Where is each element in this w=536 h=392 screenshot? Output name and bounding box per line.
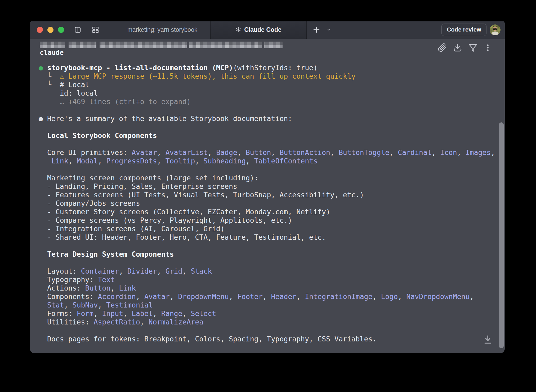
- terminal-text-segment: ,: [182, 267, 191, 275]
- terminal-line: Forms: Form, Input, Label, Range, Select: [39, 309, 495, 318]
- attachment-paperclip-icon[interactable]: [438, 43, 447, 52]
- terminal-text-segment: Stat: [47, 301, 64, 309]
- terminal-line: [39, 165, 495, 174]
- terminal-text-segment: Layout:: [39, 267, 81, 275]
- terminal-text-segment: Core UI primitives:: [39, 148, 132, 157]
- terminal-text-segment: Container: [81, 267, 119, 275]
- terminal-line: [39, 326, 495, 335]
- grid-view-icon[interactable]: [92, 26, 99, 34]
- terminal-text-segment: Icon: [440, 148, 457, 157]
- terminal-text-segment: ,: [263, 292, 271, 301]
- terminal-line: - Customer Story screens (Collective, EZ…: [39, 208, 495, 216]
- terminal-text-segment: Footer: [237, 292, 263, 301]
- terminal-text-segment: ⚠ Large MCP response (~11.5k tokens), th…: [60, 72, 356, 80]
- terminal-text-segment: Modal: [77, 157, 98, 165]
- terminal-text-segment: ,: [195, 157, 203, 165]
- terminal-text-segment: ,: [140, 318, 149, 326]
- terminal-text-segment: ,: [246, 157, 254, 165]
- app-window: marketing: yarn storybook Claude Code: [30, 21, 505, 353]
- terminal-line: - Integration screens (AI, Carousel, Gri…: [39, 225, 495, 233]
- terminal-text-segment: Range: [161, 309, 182, 318]
- terminal-text-segment: Form: [77, 309, 94, 318]
- terminal-text-segment: Button: [246, 148, 271, 157]
- terminal-text-segment: - Shared UI: Header, Footer, Hero, CTA, …: [39, 233, 326, 241]
- terminal-text-segment: ,: [93, 309, 102, 318]
- traffic-lights: [37, 27, 64, 33]
- terminal-text-segment: Text: [98, 275, 115, 284]
- title-bar: marketing: yarn storybook Claude Code: [30, 21, 505, 39]
- terminal-text-segment: Components:: [39, 292, 98, 301]
- terminal-text-segment: [39, 301, 47, 309]
- terminal-text-segment: SubNav: [73, 301, 98, 309]
- code-review-label: Code review: [447, 26, 481, 33]
- terminal-text-segment: Badge: [216, 148, 237, 157]
- terminal-text-segment: ,: [389, 148, 398, 157]
- terminal-line: Stat, SubNav, Testimonial: [39, 301, 495, 309]
- terminal-text-segment: ● Here's a summary of the available Stor…: [39, 114, 292, 123]
- vertical-scrollbar-thumb[interactable]: [499, 122, 504, 348]
- code-review-button[interactable]: Code review: [441, 24, 486, 36]
- terminal-text-segment: Logo: [381, 292, 398, 301]
- terminal-text-segment: ,: [296, 292, 305, 301]
- terminal-text-segment: Tooltip: [166, 157, 195, 165]
- scroll-to-bottom-icon[interactable]: [483, 334, 493, 346]
- terminal-text-segment: Divider: [127, 267, 157, 275]
- terminal-text-segment: Marketing screen components (large set i…: [39, 174, 258, 182]
- terminal-text-segment: ,: [136, 292, 144, 301]
- filter-funnel-icon[interactable]: [468, 43, 477, 52]
- terminal-text-segment: Tetra Design System Components: [39, 250, 174, 258]
- maximize-window-button[interactable]: [58, 27, 64, 33]
- tab-marketing-yarn-storybook[interactable]: marketing: yarn storybook: [115, 21, 210, 39]
- terminal-text-segment: Input: [102, 309, 123, 318]
- terminal-text-segment: NormalizeArea: [149, 318, 203, 326]
- terminal-text-segment: Grid: [166, 267, 182, 275]
- terminal-text-segment: - Customer Story screens (Collective, EZ…: [39, 208, 330, 216]
- minimize-window-button[interactable]: [47, 27, 53, 33]
- terminal-text-segment: ProgressDots: [106, 157, 157, 165]
- user-avatar[interactable]: [490, 24, 501, 35]
- terminal-text-segment: ,: [182, 309, 191, 318]
- terminal-text-segment: TableOfContents: [254, 157, 318, 165]
- terminal-output: ● storybook-mcp - list-all-documentation…: [39, 64, 495, 353]
- terminal-text-segment: ,: [457, 148, 466, 157]
- terminal-line: Layout: Container, Divider, Grid, Stack: [39, 267, 495, 275]
- terminal-text-segment: ,: [229, 292, 237, 301]
- terminal-text-segment: - Company/Jobs screens: [39, 199, 140, 207]
- terminal-text-segment: Images: [466, 148, 491, 157]
- terminal-text-segment: ,: [432, 148, 440, 157]
- terminal-text-segment: Button: [85, 284, 111, 292]
- terminal-text-segment: ,: [470, 292, 474, 301]
- terminal-text-segment: ● What would you like to work on?: [39, 352, 178, 353]
- terminal-text-segment: ,: [373, 292, 381, 301]
- terminal-line: - Landing, Pricing, Sales, Enterprise sc…: [39, 182, 495, 191]
- terminal-text-segment: DropdownMenu: [178, 292, 229, 301]
- terminal-line: Marketing screen components (large set i…: [39, 174, 495, 182]
- terminal-line: [39, 242, 495, 250]
- terminal-text-segment: Utilities:: [39, 318, 93, 326]
- close-window-button[interactable]: [37, 27, 43, 33]
- terminal-line: Core UI primitives: Avatar, AvatarList, …: [39, 148, 495, 157]
- terminal-line: ● storybook-mcp - list-all-documentation…: [39, 64, 495, 72]
- terminal-text-segment: AspectRatio: [93, 318, 140, 326]
- new-tab-button[interactable]: [312, 25, 321, 34]
- terminal-text-segment: - Landing, Pricing, Sales, Enterprise sc…: [39, 182, 237, 190]
- terminal-text-segment: … +469 lines (ctrl+o to expand): [39, 97, 191, 106]
- terminal-text-segment: ●: [39, 64, 47, 72]
- terminal-text-segment: Testimonial: [106, 301, 153, 309]
- terminal-text-segment: IntegrationImage: [305, 292, 372, 301]
- terminal-text-segment: - Integration screens (AI, Carousel, Gri…: [39, 225, 225, 233]
- terminal-line: [39, 259, 495, 267]
- tab-options-chevron-icon[interactable]: [327, 27, 331, 32]
- terminal-text-segment: Forms:: [39, 309, 77, 318]
- terminal-text-segment: ,: [153, 309, 161, 318]
- download-icon[interactable]: [453, 43, 462, 52]
- terminal-line: Tetra Design System Components: [39, 250, 495, 259]
- terminal-line: Utilities: AspectRatio, NormalizeArea: [39, 318, 495, 326]
- terminal-line: ● Here's a summary of the available Stor…: [39, 114, 495, 123]
- terminal-line: ● What would you like to work on?: [39, 352, 495, 353]
- tab-label: marketing: yarn storybook: [127, 26, 198, 33]
- tab-claude-code[interactable]: Claude Code: [210, 21, 307, 39]
- terminal-text-segment: ,: [398, 292, 406, 301]
- more-options-kebab-icon[interactable]: [484, 43, 492, 52]
- sidebar-toggle-icon[interactable]: [74, 26, 82, 34]
